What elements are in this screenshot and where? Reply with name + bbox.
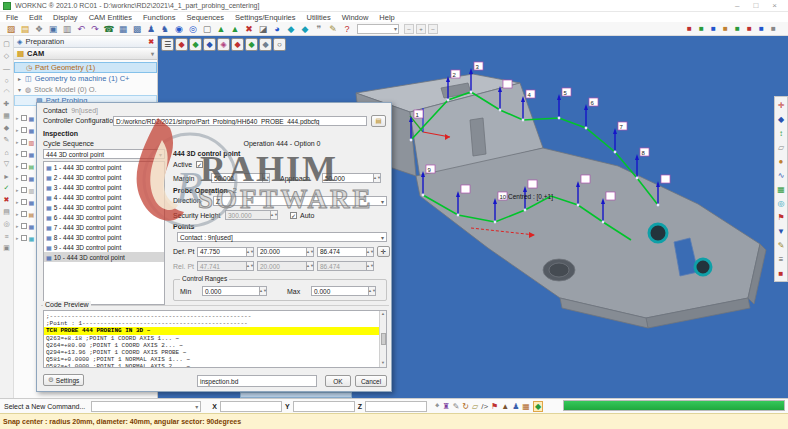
- sequence-checkbox[interactable]: [21, 115, 27, 121]
- rail-arc-icon[interactable]: ◠: [1, 86, 13, 98]
- z-coordinate-field[interactable]: [365, 401, 427, 412]
- sequence-row[interactable]: ▸ ▦: [16, 172, 38, 184]
- points-contact-dropdown[interactable]: Contact : 9n[used]: [177, 232, 387, 242]
- tree-item[interactable]: ▸ ◫ Geometry to machine (1) C+: [14, 73, 157, 84]
- list-item[interactable]: ▦ 8 - 444 3D control point: [44, 232, 164, 242]
- mask-icon[interactable]: ◪: [256, 23, 270, 35]
- controller-config-field[interactable]: D:/worknc/RD2/2021/sinpro/Part_Probing/H…: [113, 116, 367, 126]
- probe-pin[interactable]: 6: [584, 98, 598, 129]
- cam-section-header[interactable]: ▤ CAM ▾: [14, 48, 157, 60]
- security-height-field[interactable]: 300.000: [225, 210, 271, 220]
- cycle-dropdown[interactable]: 444 3D control point: [43, 149, 165, 159]
- active-checkbox[interactable]: ✓: [196, 161, 203, 168]
- menu-item[interactable]: Functions: [143, 13, 176, 22]
- quick-view-2[interactable]: ■: [697, 24, 706, 33]
- list-item[interactable]: ▦ 4 - 444 3D control point: [44, 192, 164, 202]
- view-back-icon[interactable]: ◆: [189, 38, 202, 51]
- quick-view-7[interactable]: ■: [757, 24, 766, 33]
- measure-icon[interactable]: ◆: [775, 112, 787, 126]
- view-left-icon[interactable]: ◆: [245, 38, 258, 51]
- quick-view-1[interactable]: ■: [685, 24, 694, 33]
- sequence-checkbox[interactable]: [21, 151, 27, 157]
- sequence-row[interactable]: ▸ ▦: [16, 220, 38, 232]
- margin-field[interactable]: 50.000: [211, 173, 263, 183]
- view-menu-icon[interactable]: ☰: [161, 38, 174, 51]
- def-pt-x-spinner[interactable]: ▲▼: [247, 247, 254, 257]
- menu-item[interactable]: CAM Entities: [89, 13, 132, 22]
- maximize-button[interactable]: □: [753, 1, 758, 10]
- def-pt-z-spinner[interactable]: ▲▼: [367, 247, 374, 257]
- menu-item[interactable]: Utilities: [307, 13, 331, 22]
- rail-play-icon[interactable]: ►: [1, 170, 13, 182]
- hole-icon[interactable]: ◎: [775, 196, 787, 210]
- delete-icon[interactable]: ✖: [242, 23, 256, 35]
- box-icon[interactable]: ▦: [522, 402, 530, 411]
- def-pt-x-field[interactable]: 47.750: [197, 247, 247, 257]
- point-icon[interactable]: ●: [775, 154, 787, 168]
- rail-circle-icon[interactable]: ○: [1, 74, 13, 86]
- sequence-checkbox[interactable]: [21, 163, 27, 169]
- run-figure-icon[interactable]: ♞: [158, 23, 172, 35]
- minimize-button[interactable]: –: [735, 1, 739, 10]
- menu-item[interactable]: Display: [53, 13, 78, 22]
- min-spinner[interactable]: ▲▼: [260, 286, 267, 296]
- save-icon[interactable]: ▣: [46, 23, 60, 35]
- rail-point-icon[interactable]: ◇: [1, 50, 13, 62]
- tool-icon[interactable]: ✎: [775, 238, 787, 252]
- menu-item[interactable]: Sequences: [187, 13, 225, 22]
- sequence-checkbox[interactable]: [21, 127, 27, 133]
- sequence-row[interactable]: ▸ ▦: [16, 196, 38, 208]
- layer-combo[interactable]: [357, 24, 399, 34]
- cycle-sequence-list[interactable]: ▦ 1 - 444 3D control point ▦ 2 - 444 3D …: [43, 161, 165, 305]
- list-item[interactable]: ▦ 5 - 444 3D control point: [44, 202, 164, 212]
- comment-icon[interactable]: ❞: [312, 23, 326, 35]
- sequence-checkbox[interactable]: [21, 175, 27, 181]
- edit-note-icon[interactable]: ✎: [326, 23, 340, 35]
- sequence-row[interactable]: ▸ ▤: [16, 208, 38, 220]
- filename-field[interactable]: inspection.bd: [197, 375, 317, 387]
- menu-item[interactable]: File: [6, 13, 18, 22]
- rail-target-icon[interactable]: ◎: [1, 218, 13, 230]
- sequence-checkbox[interactable]: [21, 187, 27, 193]
- open-folder-icon[interactable]: ▤: [18, 23, 32, 35]
- probe-icon[interactable]: ✛: [775, 98, 787, 112]
- diamond1-icon[interactable]: ◆: [284, 23, 298, 35]
- keypoint-icon[interactable]: ⚑: [491, 402, 498, 411]
- min-field[interactable]: 0.000: [202, 286, 260, 296]
- undo-icon[interactable]: ↶: [74, 23, 88, 35]
- tree-item[interactable]: ▾ ◍ Stock Model (0) O.: [14, 84, 157, 95]
- code-preview-box[interactable]: ;---------------------------------------…: [43, 310, 387, 368]
- surface-icon[interactable]: ▦: [775, 182, 787, 196]
- sequence-checkbox[interactable]: [21, 211, 27, 217]
- max-spinner[interactable]: ▲▼: [369, 286, 376, 296]
- tree-item[interactable]: ◷ Part Geometry (1): [14, 62, 157, 73]
- def-pt-y-spinner[interactable]: ▲▼: [307, 247, 314, 257]
- direction-dropdown[interactable]: Z: [213, 196, 387, 206]
- layers-icon[interactable]: ≡: [775, 252, 787, 266]
- command-dropdown[interactable]: [91, 401, 201, 412]
- list-item[interactable]: ▦ 2 - 444 3D control point: [44, 172, 164, 182]
- sequence-checkbox[interactable]: [21, 223, 27, 229]
- close-button[interactable]: ×: [772, 1, 777, 10]
- rail-select-icon[interactable]: ▢: [1, 38, 13, 50]
- margin-spinner[interactable]: ▲▼: [263, 173, 270, 183]
- max-field[interactable]: 0.000: [311, 286, 369, 296]
- plane-icon[interactable]: ▱: [775, 140, 787, 154]
- view-iso-icon[interactable]: ◈: [217, 38, 230, 51]
- view-bottom-icon[interactable]: ◆: [259, 38, 272, 51]
- phone-icon[interactable]: ☎: [102, 23, 116, 35]
- rail-square-icon[interactable]: ▣: [1, 242, 13, 254]
- approach-spinner[interactable]: ▲▼: [374, 173, 381, 183]
- table-icon[interactable]: ▩: [130, 23, 144, 35]
- view-front-icon[interactable]: ◆: [175, 38, 188, 51]
- sequence-checkbox[interactable]: [21, 235, 27, 241]
- sequence-row[interactable]: ▸ ▦: [16, 112, 38, 124]
- link-icon[interactable]: ❖: [32, 23, 46, 35]
- rail-diamond-icon[interactable]: ◆: [1, 122, 13, 134]
- pin-icon[interactable]: ▼: [775, 224, 787, 238]
- view-right-icon[interactable]: ◆: [231, 38, 244, 51]
- rail-grid-icon[interactable]: ▦: [1, 110, 13, 122]
- sequence-row[interactable]: ▸ ▦: [16, 148, 38, 160]
- pick-point-button[interactable]: ✛: [377, 246, 390, 257]
- flag-icon[interactable]: ⚑: [775, 210, 787, 224]
